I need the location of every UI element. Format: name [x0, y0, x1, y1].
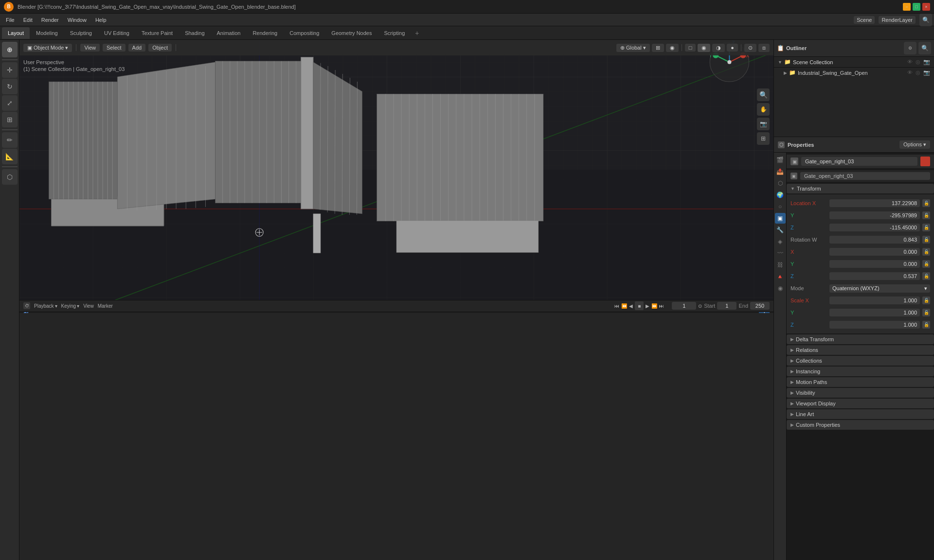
rotation-y-value[interactable]: 0.000: [829, 260, 920, 268]
prop-tab-view-layer[interactable]: ⬡: [775, 178, 786, 189]
object-name-field[interactable]: Gate_open_right_03: [801, 157, 917, 166]
timeline-scrubber[interactable]: 1 10 20 30 40 50 60 70 80 90 100 110 120…: [19, 312, 773, 313]
minimize-button[interactable]: −: [903, 3, 911, 11]
scale-y-value[interactable]: 1.000: [829, 309, 920, 316]
transform-section-header[interactable]: ▼ Transform: [787, 184, 934, 193]
outliner-filter-button[interactable]: ⚙: [904, 42, 916, 54]
scale-z-lock[interactable]: 🔓: [922, 321, 930, 329]
line-art-section[interactable]: ▶ Line Art: [787, 409, 934, 419]
collection-render-icon[interactable]: 📷: [923, 59, 930, 65]
relations-section[interactable]: ▶ Relations: [787, 345, 934, 355]
prop-tab-material[interactable]: ◉: [775, 283, 786, 294]
rotation-z-lock[interactable]: 🔓: [922, 272, 930, 280]
scale-y-lock[interactable]: 🔓: [922, 309, 930, 316]
select-tool[interactable]: [2, 59, 18, 60]
rendered-button[interactable]: ●: [727, 44, 738, 52]
start-frame-input[interactable]: 1: [717, 302, 736, 310]
object-menu-button[interactable]: Object: [148, 44, 172, 52]
scale-x-lock[interactable]: 🔓: [922, 297, 930, 304]
rotation-w-value[interactable]: 0.843: [829, 236, 920, 244]
zoom-in-button[interactable]: 🔍: [757, 88, 770, 101]
rotation-x-lock[interactable]: 🔓: [922, 248, 930, 256]
timeline-type-icon[interactable]: ⏱: [23, 302, 30, 309]
tab-layout[interactable]: Layout: [2, 27, 30, 39]
stop-button[interactable]: ■: [635, 301, 644, 310]
view-menu-button[interactable]: View: [80, 44, 100, 52]
rotation-mode-dropdown[interactable]: Quaternion (WXYZ) ▾: [829, 284, 930, 293]
xray-button[interactable]: ⧈: [758, 44, 770, 52]
prop-tab-constraints[interactable]: ⛓: [775, 260, 786, 270]
location-x-value[interactable]: 137.22908: [829, 199, 920, 207]
snap-button[interactable]: ⊞: [652, 44, 664, 52]
tab-rendering[interactable]: Rendering: [247, 27, 283, 39]
current-frame-input[interactable]: 1: [672, 302, 696, 310]
render-layer-label[interactable]: RenderLayer: [879, 16, 916, 24]
prop-tab-object[interactable]: ▣: [775, 213, 786, 224]
object-color-swatch[interactable]: [920, 157, 930, 166]
visibility-section[interactable]: ▶ Visibility: [787, 388, 934, 398]
object-mode-button[interactable]: ▣ Object Mode ▾: [23, 44, 72, 52]
marker-button[interactable]: Marker: [98, 303, 113, 309]
instancing-section[interactable]: ▶ Instancing: [787, 367, 934, 376]
tab-uv-editing[interactable]: UV Editing: [98, 27, 135, 39]
prop-tab-output[interactable]: 📤: [775, 166, 786, 177]
menu-file[interactable]: File: [2, 16, 18, 24]
collection-view-icon[interactable]: 👁: [907, 59, 913, 65]
transform-tool[interactable]: ⊞: [2, 112, 18, 127]
rotation-y-lock[interactable]: 🔓: [922, 260, 930, 268]
tab-animation[interactable]: Animation: [211, 27, 247, 39]
tab-scripting[interactable]: Scripting: [378, 27, 411, 39]
measure-tool[interactable]: 📐: [2, 149, 18, 164]
search-icon[interactable]: 🔍: [919, 14, 932, 26]
location-y-lock[interactable]: 🔓: [922, 211, 930, 219]
menu-help[interactable]: Help: [91, 16, 110, 24]
rotate-tool[interactable]: ↻: [2, 79, 18, 94]
add-menu-button[interactable]: Add: [128, 44, 146, 52]
add-tool[interactable]: ⬡: [2, 169, 18, 185]
tab-texture-paint[interactable]: Texture Paint: [136, 27, 179, 39]
location-z-lock[interactable]: 🔓: [922, 224, 930, 231]
maximize-button[interactable]: □: [913, 3, 920, 11]
camera-button[interactable]: 📷: [757, 118, 770, 130]
collections-section[interactable]: ▶ Collections: [787, 356, 934, 366]
prop-tab-render[interactable]: 🎬: [775, 155, 786, 165]
sub-hide-icon[interactable]: ◎: [916, 70, 920, 76]
grid-button[interactable]: ⊞: [757, 132, 770, 145]
step-back-button[interactable]: ⏪: [621, 303, 627, 309]
tab-geometry-nodes[interactable]: Geometry Nodes: [325, 27, 377, 39]
collection-hide-icon[interactable]: ◎: [916, 59, 920, 65]
overlay-button[interactable]: ⊙: [744, 44, 756, 52]
prop-tab-world[interactable]: ○: [775, 201, 786, 212]
wireframe-button[interactable]: □: [685, 44, 696, 52]
step-forward-button[interactable]: ⏩: [651, 303, 657, 309]
cursor-tool[interactable]: ⊕: [2, 42, 18, 57]
end-frame-input[interactable]: 250: [750, 302, 770, 310]
prop-tab-scene[interactable]: 🌍: [775, 190, 786, 200]
tab-sculpting[interactable]: Sculpting: [64, 27, 98, 39]
location-y-value[interactable]: -295.97989: [829, 211, 920, 219]
move-tool[interactable]: ✛: [2, 62, 18, 78]
scale-z-value[interactable]: 1.000: [829, 321, 920, 329]
keying-button[interactable]: Keying ▾: [61, 303, 80, 309]
options-button[interactable]: Options ▾: [899, 140, 930, 149]
outliner-search-button[interactable]: 🔍: [918, 42, 931, 54]
custom-properties-section[interactable]: ▶ Custom Properties: [787, 420, 934, 430]
scale-tool[interactable]: ⤢: [2, 95, 18, 111]
tab-modeling[interactable]: Modeling: [30, 27, 64, 39]
scene-collection-name[interactable]: Scene Collection: [793, 59, 833, 65]
menu-render[interactable]: Render: [37, 16, 63, 24]
motion-paths-section[interactable]: ▶ Motion Paths: [787, 377, 934, 387]
viewport-display-section[interactable]: ▶ Viewport Display: [787, 399, 934, 408]
prop-tab-physics[interactable]: 〰: [775, 248, 786, 259]
menu-window[interactable]: Window: [64, 16, 90, 24]
jump-end-button[interactable]: ⏭: [659, 303, 664, 309]
menu-edit[interactable]: Edit: [19, 16, 36, 24]
annotate-tool[interactable]: ✏: [2, 132, 18, 148]
reverse-play-button[interactable]: ◀: [629, 303, 633, 309]
global-space-button[interactable]: ⊕ Global ▾: [616, 44, 650, 52]
sub-object-name-field[interactable]: Gate_open_right_03: [800, 172, 930, 180]
rotation-x-value[interactable]: 0.000: [829, 248, 920, 256]
grab-button[interactable]: ✋: [757, 103, 770, 116]
location-x-lock[interactable]: 🔓: [922, 199, 930, 207]
solid-button[interactable]: ◉: [698, 44, 710, 52]
